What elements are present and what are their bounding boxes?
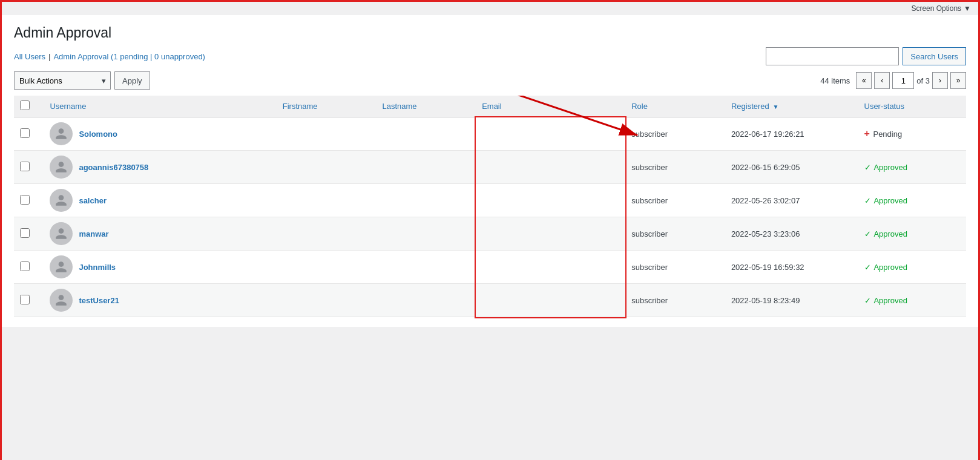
search-input[interactable] (766, 47, 899, 65)
search-users-button[interactable]: Search Users (903, 47, 966, 65)
status-cell: + Pending (858, 117, 967, 151)
username-cell: agoannis67380758 (50, 156, 270, 179)
header-lastname[interactable]: Lastname (376, 96, 476, 117)
search-area: Search Users (766, 47, 966, 65)
nav-separator: | (48, 52, 50, 61)
avatar (50, 122, 73, 145)
user-avatar-icon (54, 227, 68, 240)
table-row: Solomono subscriber2022-06-17 19:26:21+ … (14, 117, 966, 151)
lastname-cell (376, 251, 476, 284)
status-badge: ✓ Approved (864, 196, 908, 205)
page-prev-button[interactable]: ‹ (874, 72, 890, 89)
status-badge: ✓ Approved (864, 263, 908, 272)
check-icon: ✓ (864, 229, 871, 238)
header-firstname[interactable]: Firstname (277, 96, 377, 117)
lastname-cell (376, 217, 476, 251)
page-first-button[interactable]: « (856, 72, 872, 89)
registered-cell: 2022-06-15 6:29:05 (725, 151, 858, 184)
apply-button[interactable]: Apply (114, 71, 150, 90)
role-cell: subscriber (625, 284, 725, 317)
registered-cell: 2022-05-19 8:23:49 (725, 284, 858, 317)
role-cell: subscriber (625, 184, 725, 217)
header-role[interactable]: Role (625, 96, 725, 117)
table-container: Username Firstname Lastname Email Role (14, 96, 966, 317)
firstname-cell (277, 251, 377, 284)
status-badge: + Pending (864, 130, 903, 139)
header-checkbox-col (14, 96, 44, 117)
username-cell: Johnmills (50, 255, 270, 278)
page-number-input[interactable] (892, 72, 914, 89)
username-cell: Solomono (50, 122, 270, 145)
plus-icon: + (864, 128, 870, 139)
user-avatar-icon (54, 127, 68, 140)
page-last-button[interactable]: » (950, 72, 966, 89)
table-row: salcher subscriber2022-05-26 3:02:07✓ Ap… (14, 184, 966, 217)
status-cell: ✓ Approved (858, 251, 967, 284)
status-badge: ✓ Approved (864, 229, 908, 238)
username-link[interactable]: Johnmills (79, 263, 116, 272)
firstname-cell (277, 284, 377, 317)
all-users-link[interactable]: All Users (14, 52, 45, 61)
table-row: manwar subscriber2022-05-23 3:23:06✓ App… (14, 217, 966, 251)
role-cell: subscriber (625, 117, 725, 151)
page-next-button[interactable]: › (932, 72, 948, 89)
status-cell: ✓ Approved (858, 217, 967, 251)
role-cell: subscriber (625, 217, 725, 251)
toolbar-left: Bulk Actions Apply (14, 71, 150, 90)
username-link[interactable]: agoannis67380758 (79, 163, 148, 172)
lastname-cell (376, 284, 476, 317)
page-title: Admin Approval (14, 25, 966, 41)
table-row: agoannis67380758 subscriber2022-06-15 6:… (14, 151, 966, 184)
toolbar: Bulk Actions Apply 44 items « ‹ of 3 › » (14, 71, 966, 90)
username-cell: salcher (50, 189, 270, 212)
role-cell: subscriber (625, 251, 725, 284)
avatar (50, 189, 73, 212)
header-registered[interactable]: Registered ▼ (725, 96, 858, 117)
username-cell: testUser21 (50, 289, 270, 312)
firstname-cell (277, 184, 377, 217)
row-checkbox-1[interactable] (20, 162, 30, 171)
page-of-label: of 3 (916, 76, 930, 85)
username-link[interactable]: salcher (79, 196, 107, 205)
header-username[interactable]: Username (44, 96, 276, 117)
admin-approval-link[interactable]: Admin Approval (1 pending | 0 unapproved… (53, 52, 205, 61)
bulk-actions-select[interactable]: Bulk Actions (14, 71, 111, 90)
firstname-cell (277, 117, 377, 151)
username-link[interactable]: manwar (79, 229, 108, 238)
check-icon: ✓ (864, 196, 871, 205)
table-header-row: Username Firstname Lastname Email Role (14, 96, 966, 117)
row-checkbox-5[interactable] (20, 295, 30, 304)
row-checkbox-0[interactable] (20, 128, 30, 138)
nav-links: All Users | Admin Approval (1 pending | … (14, 52, 205, 61)
user-avatar-icon (54, 260, 68, 274)
check-icon: ✓ (864, 296, 871, 305)
avatar (50, 255, 73, 278)
status-cell: ✓ Approved (858, 151, 967, 184)
email-cell (476, 151, 625, 184)
avatar (50, 156, 73, 179)
users-table: Username Firstname Lastname Email Role (14, 96, 966, 317)
registered-cell: 2022-05-26 3:02:07 (725, 184, 858, 217)
status-cell: ✓ Approved (858, 284, 967, 317)
screen-options-arrow: ▼ (964, 4, 971, 13)
firstname-cell (277, 217, 377, 251)
header-user-status[interactable]: User-status (858, 96, 967, 117)
lastname-cell (376, 117, 476, 151)
header-email[interactable]: Email (476, 96, 625, 117)
username-link[interactable]: testUser21 (79, 296, 119, 305)
row-checkbox-3[interactable] (20, 228, 30, 238)
select-all-checkbox[interactable] (20, 100, 30, 110)
check-icon: ✓ (864, 263, 871, 272)
table-row: Johnmills subscriber2022-05-19 16:59:32✓… (14, 251, 966, 284)
firstname-cell (277, 151, 377, 184)
row-checkbox-4[interactable] (20, 261, 30, 271)
user-avatar-icon (54, 160, 68, 174)
status-badge: ✓ Approved (864, 296, 908, 305)
row-checkbox-2[interactable] (20, 195, 30, 205)
screen-options-label: Screen Options (911, 4, 961, 13)
email-cell (476, 184, 625, 217)
registered-cell: 2022-05-19 16:59:32 (725, 251, 858, 284)
screen-options-button[interactable]: Screen Options ▼ (911, 4, 971, 13)
email-cell (476, 217, 625, 251)
username-link[interactable]: Solomono (79, 130, 117, 139)
